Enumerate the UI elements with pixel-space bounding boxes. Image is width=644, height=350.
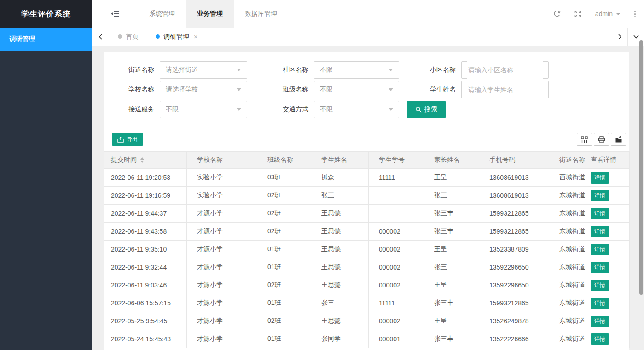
scrollbar-thumb[interactable]: [639, 40, 643, 295]
col-submit-time[interactable]: 提交时间: [104, 152, 187, 169]
table-toolbar: 导出: [104, 127, 629, 151]
fullscreen-icon[interactable]: [574, 11, 581, 17]
detail-button[interactable]: 详情: [591, 172, 609, 184]
tab-system-management[interactable]: 系统管理: [138, 0, 186, 28]
table-row: 2022-06-11 9:35:10 才源小学 01班 王思懿 000002 王…: [104, 241, 630, 258]
col-class-name: 班级名称: [257, 152, 311, 169]
cell-school-name: 才源小学: [187, 294, 257, 312]
sidebar-menu: 调研管理: [0, 28, 92, 51]
detail-button[interactable]: 详情: [591, 190, 609, 201]
sort-icon[interactable]: [140, 157, 144, 163]
cell-view-detail: 详情: [586, 205, 630, 223]
export-button[interactable]: 导出: [112, 133, 143, 146]
search-button[interactable]: 搜索: [407, 101, 446, 118]
neighborhood-name-input[interactable]: [467, 61, 543, 79]
tab-close-icon[interactable]: ×: [194, 34, 197, 40]
cell-street-name: 东城街道: [549, 330, 586, 348]
header-actions: admin: [553, 0, 644, 28]
community-name-select[interactable]: 不限: [314, 61, 399, 79]
table-row: 2022-06-06 15:57:15 才源小学 01班 张三 11111 张三…: [104, 294, 630, 312]
top-header: 系统管理 业务管理 数据库管理 admin: [92, 0, 644, 28]
cell-class-name: 02班: [257, 223, 311, 241]
col-view-detail: 查看详情: [586, 152, 630, 169]
more-menu-icon[interactable]: [634, 11, 636, 17]
survey-table: 提交时间 学校名称 班级名称 学生姓名 学生学号 家长姓名 手机号码 街道名称 …: [104, 151, 630, 348]
page-tab-survey-management[interactable]: 调研管理 ×: [147, 28, 206, 46]
transport-mode-select[interactable]: 不限: [314, 101, 399, 118]
cell-class-name: 01班: [257, 241, 311, 258]
cell-student-name: 王思懿: [311, 258, 369, 276]
cell-view-detail: 详情: [586, 223, 630, 241]
class-name-label: 班级名称: [276, 86, 308, 94]
detail-button[interactable]: 详情: [591, 333, 609, 345]
tabs-scroll-left-button[interactable]: [92, 28, 110, 46]
cell-view-detail: 详情: [586, 258, 630, 276]
page-tab-label: 首页: [126, 33, 139, 41]
cell-parent-name: 王呈: [424, 276, 479, 294]
columns-filter-button[interactable]: [577, 133, 592, 146]
menu-fold-icon[interactable]: [110, 0, 120, 28]
refresh-icon[interactable]: [553, 10, 561, 17]
street-name-select[interactable]: 请选择街道: [160, 61, 247, 79]
cell-submit-time: 2022-06-11 19:16:59: [104, 187, 187, 205]
student-name-input[interactable]: [467, 81, 543, 98]
cell-phone: 15993212865: [479, 294, 549, 312]
cell-phone: 13592296650: [479, 258, 549, 276]
cell-school-name: 才源小学: [187, 312, 257, 330]
tab-database-management[interactable]: 数据库管理: [234, 0, 288, 28]
cell-street-name: 东城街道: [549, 187, 586, 205]
class-name-select[interactable]: 不限: [314, 81, 399, 98]
cell-view-detail: 详情: [586, 241, 630, 258]
cell-phone: 13592296650: [479, 276, 549, 294]
cell-class-name: 01班: [257, 258, 311, 276]
detail-button[interactable]: 详情: [591, 226, 609, 237]
cell-submit-time: 2022-06-11 9:03:46: [104, 276, 187, 294]
cell-class-name: 02班: [257, 205, 311, 223]
detail-button[interactable]: 详情: [591, 298, 609, 309]
detail-button[interactable]: 详情: [591, 208, 609, 219]
detail-button[interactable]: 详情: [591, 316, 609, 327]
cell-view-detail: 详情: [586, 330, 630, 348]
page-scrollbar[interactable]: [638, 28, 644, 350]
col-phone: 手机号码: [479, 152, 549, 169]
cell-submit-time: 2022-06-11 9:35:10: [104, 241, 187, 258]
table-tool-icons: [577, 133, 626, 146]
col-student-name: 学生姓名: [311, 152, 369, 169]
export-file-button[interactable]: [611, 133, 626, 146]
cell-school-name: 实验小学: [187, 187, 257, 205]
table-row: 2022-06-11 9:03:46 才源小学 02班 王思懿 000002 王…: [104, 276, 630, 294]
table-row: 2022-05-25 9:54:45 才源小学 02班 王思懿 000002 王…: [104, 312, 630, 330]
cell-school-name: 才源小学: [187, 258, 257, 276]
detail-button[interactable]: 详情: [591, 280, 609, 291]
pickup-service-select[interactable]: 不限: [160, 101, 247, 118]
tab-business-management[interactable]: 业务管理: [186, 0, 234, 28]
col-street-name: 街道名称: [549, 152, 586, 169]
cell-student-name: 张三: [311, 294, 369, 312]
table-row: 2022-05-24 15:45:43 才源小学 01班 张同学 000001 …: [104, 330, 630, 348]
tab-dot-icon: [118, 34, 122, 39]
cell-student-id: [369, 205, 424, 223]
tabs-scroll-right-button[interactable]: [611, 28, 627, 46]
chevron-down-icon: [389, 69, 393, 71]
cell-phone: 13526249878: [479, 312, 549, 330]
user-dropdown[interactable]: admin: [595, 10, 621, 17]
cell-phone: 13522226666: [479, 330, 549, 348]
cell-parent-name: 张三丰: [424, 330, 479, 348]
page-tab-home[interactable]: 首页: [110, 28, 147, 46]
detail-button[interactable]: 详情: [591, 244, 609, 255]
print-button[interactable]: [594, 133, 609, 146]
cell-student-name: 抓森: [311, 169, 369, 187]
detail-button[interactable]: 详情: [591, 262, 609, 273]
cell-class-name: 02班: [257, 312, 311, 330]
school-name-select[interactable]: 请选择学校: [160, 81, 247, 98]
cell-submit-time: 2022-06-11 9:44:37: [104, 205, 187, 223]
neighborhood-name-label: 小区名称: [424, 66, 456, 74]
street-name-label: 街道名称: [122, 66, 154, 74]
chevron-down-icon: [237, 69, 241, 71]
sidebar-item-survey-management[interactable]: 调研管理: [0, 28, 92, 51]
cell-student-id: 000002: [369, 276, 424, 294]
filter-form: 街道名称 请选择街道 社区名称 不限 小区名称: [104, 61, 629, 118]
cell-class-name: 03班: [257, 169, 311, 187]
cell-student-id: 000002: [369, 223, 424, 241]
cell-street-name: 东城街道: [549, 276, 586, 294]
